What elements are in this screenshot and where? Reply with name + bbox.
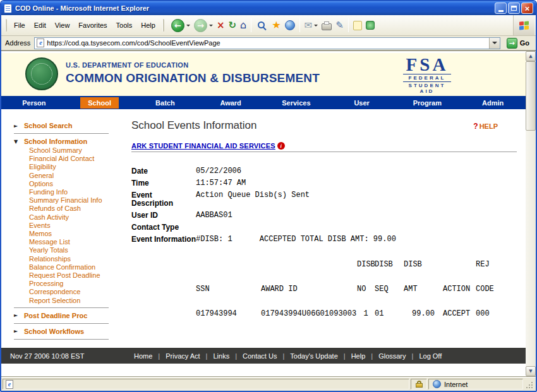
forward-dropdown-icon[interactable]	[209, 25, 213, 28]
menu-help[interactable]: Help	[136, 19, 160, 32]
address-url[interactable]: https://cod.qa.tsysecom.com/cod/SchoolEv…	[47, 39, 486, 47]
address-input[interactable]: e https://cod.qa.tsysecom.com/cod/School…	[34, 37, 500, 49]
footer-link-home[interactable]: Home	[134, 352, 152, 360]
divider	[131, 151, 517, 152]
footer-link-links[interactable]: Links	[200, 352, 230, 360]
footer-link-log-off[interactable]: Log Off	[406, 352, 442, 360]
home-button[interactable]: ⌂	[238, 19, 248, 32]
field-row: Event Description Action Queue Disb(s) S…	[131, 191, 517, 208]
sidebar-item-refunds-of-cash[interactable]: Refunds of Cash	[1, 205, 126, 213]
go-button[interactable]: → Go	[504, 38, 532, 49]
info-icon[interactable]: i	[277, 142, 285, 150]
tab-admin[interactable]: Admin	[460, 96, 526, 109]
back-icon: ←	[171, 19, 184, 32]
title-bar[interactable]: COD Online - Microsoft Internet Explorer…	[1, 1, 536, 15]
menu-edit[interactable]: Edit	[30, 19, 51, 32]
sidebar-section-school-information[interactable]: ▼ School Information	[1, 136, 126, 146]
favorites-button[interactable]: ★	[270, 19, 282, 32]
stop-icon: ×	[217, 21, 225, 30]
messenger-button[interactable]	[364, 20, 377, 31]
sidebar-section-school-workflows[interactable]: ► School Workflows	[1, 326, 126, 336]
tab-user[interactable]: User	[329, 96, 395, 109]
menu-view[interactable]: View	[51, 19, 75, 32]
sidebar-section-school-search[interactable]: ► School Search	[1, 121, 126, 131]
sidebar-item-cash-activity[interactable]: Cash Activity	[1, 213, 126, 222]
sidebar-divider	[14, 339, 109, 340]
school-link[interactable]: ARK STUDENT FINANCIAL AID SERVICES	[131, 142, 275, 150]
toolbar-grip[interactable]	[162, 19, 164, 32]
zone-pane: Internet	[428, 379, 523, 389]
field-row: Event Information #DISB: 1 ACCEPTED TOTA…	[131, 235, 517, 244]
field-label-time: Time	[131, 179, 196, 187]
tab-school[interactable]: School	[67, 96, 133, 109]
tab-person[interactable]: Person	[1, 96, 67, 109]
print-button[interactable]	[320, 20, 334, 32]
tab-award[interactable]: Award	[198, 96, 263, 109]
sidebar-section-post-deadline-proc[interactable]: ► Post Deadline Proc	[1, 311, 126, 321]
footer-links: Home Privacy Act Links Contact Us Today'…	[134, 352, 442, 360]
refresh-button[interactable]: ↻	[227, 20, 239, 32]
table-header-cell: REJ	[476, 260, 506, 269]
notes-button[interactable]	[351, 20, 364, 32]
sidebar-item-report-selection[interactable]: Report Selection	[1, 297, 126, 305]
sidebar-item-correspondence[interactable]: Correspondence	[1, 288, 126, 296]
favorites-icon: ★	[272, 20, 281, 30]
tab-services[interactable]: Services	[263, 96, 329, 109]
scrollbar-track[interactable]	[526, 131, 536, 366]
mail-icon: ✉	[305, 21, 313, 30]
sidebar-item-school-summary[interactable]: School Summary	[1, 146, 126, 155]
scrollbar-thumb[interactable]	[526, 61, 536, 131]
search-button[interactable]	[254, 18, 270, 32]
footer-link-help[interactable]: Help	[338, 352, 365, 360]
sidebar-item-balance-confirmation[interactable]: Balance Confirmation	[1, 263, 126, 271]
table-header-cell: DISB	[404, 260, 443, 269]
sidebar-item-options[interactable]: Options	[1, 180, 126, 188]
sidebar-item-memos[interactable]: Memos	[1, 230, 126, 238]
sidebar-item-funding-info[interactable]: Funding Info	[1, 188, 126, 196]
sidebar-item-request-post-deadline[interactable]: Request Post Deadline	[1, 271, 126, 280]
field-label-event-description: Event Description	[131, 191, 196, 208]
table-cell-disb-seq: 01	[375, 309, 404, 318]
footer-link-privacy-act[interactable]: Privacy Act	[152, 352, 200, 360]
sidebar-item-events[interactable]: Events	[1, 222, 126, 230]
sidebar-divider	[14, 307, 109, 308]
footer-link-contact-us[interactable]: Contact Us	[229, 352, 277, 360]
sidebar-item-processing[interactable]: Processing	[1, 280, 126, 288]
minimize-icon	[498, 10, 504, 12]
sidebar-item-message-list[interactable]: Message List	[1, 238, 126, 246]
close-button[interactable]: ×	[521, 3, 533, 14]
footer-link-todays-update[interactable]: Today's Update	[277, 352, 337, 360]
help-link[interactable]: ? HELP	[473, 122, 498, 131]
sidebar-item-general[interactable]: General	[1, 172, 126, 180]
mail-dropdown-icon[interactable]	[314, 25, 318, 28]
history-button[interactable]	[283, 19, 297, 32]
back-button[interactable]: ←	[169, 18, 192, 33]
menu-favorites[interactable]: Favorites	[74, 19, 111, 32]
tab-batch[interactable]: Batch	[133, 96, 198, 109]
sidebar-item-yearly-totals[interactable]: Yearly Totals	[1, 246, 126, 254]
sidebar-section-label: School Workflows	[24, 328, 84, 335]
address-dropdown-button[interactable]	[489, 38, 500, 49]
tab-program[interactable]: Program	[395, 96, 461, 109]
resize-grip[interactable]	[524, 379, 534, 389]
forward-button[interactable]: →	[192, 18, 215, 33]
toolbar-grip[interactable]	[5, 19, 7, 32]
back-dropdown-icon[interactable]	[186, 25, 190, 28]
sidebar-item-eligibility[interactable]: Eligibility	[1, 163, 126, 171]
sidebar-item-financial-aid-contact[interactable]: Financial Aid Contact	[1, 155, 126, 163]
mail-button[interactable]: ✉	[303, 20, 320, 32]
sidebar-item-summary-financial-info[interactable]: Summary Financial Info	[1, 196, 126, 205]
edit-button[interactable]: ✎	[334, 20, 346, 32]
scroll-down-button[interactable]: ▼	[526, 366, 536, 376]
footer-link-glossary[interactable]: Glossary	[365, 352, 406, 360]
scroll-up-button[interactable]: ▲	[526, 51, 536, 61]
maximize-button[interactable]	[508, 3, 520, 14]
minimize-button[interactable]	[495, 3, 507, 14]
sidebar-item-relationships[interactable]: Relationships	[1, 255, 126, 263]
menu-tools[interactable]: Tools	[112, 19, 137, 32]
stop-button[interactable]: ×	[215, 20, 227, 32]
sidebar-divider	[14, 323, 109, 324]
vertical-scrollbar[interactable]: ▲ ▼	[526, 51, 536, 376]
browser-viewport: U.S. DEPARTMENT OF EDUCATION COMMON ORIG…	[1, 50, 536, 376]
menu-file[interactable]: File	[9, 19, 30, 32]
